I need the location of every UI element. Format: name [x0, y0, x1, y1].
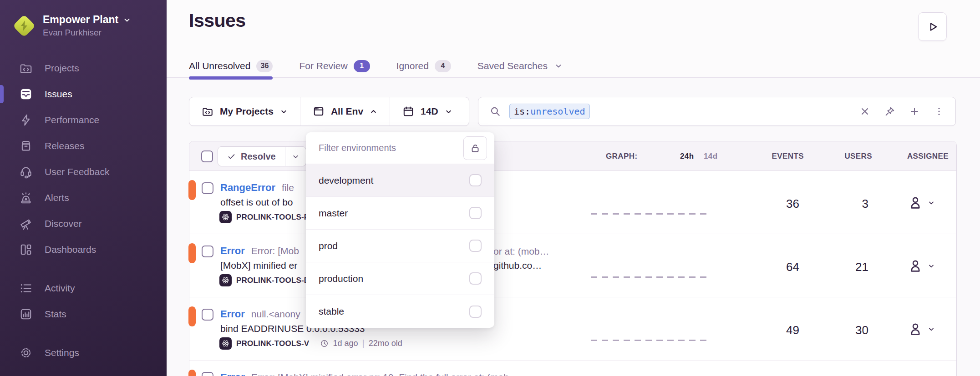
sidebar-item-issues[interactable]: Issues	[0, 81, 167, 107]
events-count: 64	[745, 260, 799, 274]
env-option-production[interactable]: production	[306, 262, 494, 295]
column-header-graph: GRAPH:	[606, 141, 637, 171]
assignee-selector[interactable]	[908, 321, 935, 337]
sidebar-item-settings[interactable]: Settings	[0, 340, 167, 366]
count-badge: 1	[354, 60, 370, 72]
sidebar-item-releases[interactable]: Releases	[0, 133, 167, 159]
issues-table: Resolve GRAPH: 24h 14d EVENTS USERS ASSI…	[189, 141, 957, 376]
sidebar-item-performance[interactable]: Performance	[0, 107, 167, 133]
environment-filter-input[interactable]: Filter environments	[319, 143, 396, 153]
pin-icon[interactable]	[884, 106, 895, 117]
page-title: Issues	[189, 10, 246, 31]
calendar-icon	[402, 105, 414, 117]
date-range-filter[interactable]: 14D	[390, 97, 465, 125]
issue-culprit-continued: or at: (mob…	[493, 246, 549, 257]
issue-row: Error null.<anony bind EADDRINUSE 0.0.0.…	[189, 297, 956, 361]
sidebar-nav: Projects Issues Performance Releases	[0, 55, 167, 366]
tab-all-unresolved[interactable]: All Unresolved 36	[189, 54, 273, 78]
gear-icon	[19, 346, 33, 360]
assignee-selector[interactable]	[908, 195, 935, 211]
unlock-icon	[470, 143, 481, 154]
project-avatar	[219, 337, 232, 350]
page-header: Issues All Unresolved 36 For Review 1 Ig…	[167, 0, 980, 78]
chevron-down-icon	[445, 108, 452, 115]
event-sparkline	[591, 213, 707, 215]
environment-filter[interactable]: All Env	[300, 97, 390, 125]
issue-title-link[interactable]: Error	[220, 371, 245, 376]
issue-row: Error Error: [MobX] minified error nr: 1…	[189, 361, 956, 376]
play-button[interactable]	[918, 12, 947, 41]
env-option-prod[interactable]: prod	[306, 230, 494, 262]
sidebar-item-alerts[interactable]: Alerts	[0, 185, 167, 211]
stats-icon	[19, 307, 33, 321]
env-option-stable[interactable]: stable	[306, 295, 494, 328]
alerts-icon	[19, 191, 33, 205]
sidebar-item-discover[interactable]: Discover	[0, 211, 167, 236]
event-sparkline	[591, 340, 707, 341]
issue-row: RangeError file offset is out of bo PROL…	[189, 171, 956, 234]
tab-saved-searches[interactable]: Saved Searches	[477, 54, 563, 78]
resolve-split-button: Resolve	[218, 146, 306, 166]
events-count: 36	[745, 196, 799, 211]
graph-range-24h[interactable]: 24h	[680, 141, 694, 171]
row-checkbox[interactable]	[202, 182, 213, 194]
play-icon	[926, 20, 939, 33]
graph-range-14d[interactable]: 14d	[704, 141, 718, 171]
error-level-bar	[188, 370, 196, 376]
column-header-events: EVENTS	[749, 141, 804, 171]
row-checkbox[interactable]	[202, 246, 213, 257]
search-token[interactable]: is:unresolved	[509, 104, 590, 119]
check-icon	[227, 152, 236, 161]
env-checkbox[interactable]	[469, 207, 482, 219]
chevron-down-icon	[928, 326, 935, 333]
resolve-button[interactable]: Resolve	[218, 147, 285, 166]
project-slug: PROLINK-TOOLS-V	[236, 339, 309, 348]
dashboards-icon	[19, 243, 33, 256]
chevron-down-icon	[292, 153, 300, 160]
sidebar-item-dashboards[interactable]: Dashboards	[0, 236, 167, 262]
active-indicator	[0, 85, 4, 103]
add-icon[interactable]	[909, 106, 920, 117]
tab-for-review[interactable]: For Review 1	[299, 54, 370, 78]
project-avatar	[219, 274, 232, 286]
sidebar-item-stats[interactable]: Stats	[0, 301, 167, 327]
sidebar-item-user-feedback[interactable]: User Feedback	[0, 159, 167, 185]
org-avatar-icon	[14, 15, 35, 36]
env-option-development[interactable]: development	[306, 164, 494, 197]
resolve-dropdown-button[interactable]	[285, 147, 306, 166]
org-switcher[interactable]: Empower Plant Evan Purkhiser	[0, 0, 167, 49]
users-count: 21	[818, 260, 868, 274]
project-filter[interactable]: My Projects	[189, 97, 300, 125]
app-root: Empower Plant Evan Purkhiser Projects Is…	[0, 0, 980, 376]
activity-icon	[19, 281, 33, 295]
kebab-menu-icon[interactable]	[934, 106, 944, 117]
chevron-down-icon	[123, 16, 131, 24]
issue-age: 22mo old	[369, 339, 402, 348]
row-checkbox[interactable]	[202, 309, 213, 321]
sidebar-item-projects[interactable]: Projects	[0, 55, 167, 81]
assignee-selector[interactable]	[908, 258, 935, 274]
project-slug: PROLINK-TOOLS-DE	[236, 276, 315, 285]
lock-filter-button[interactable]	[463, 136, 487, 160]
env-checkbox[interactable]	[469, 174, 482, 186]
issue-title-link[interactable]: Error	[220, 308, 245, 320]
projects-icon	[19, 61, 33, 75]
clear-search-icon[interactable]	[859, 106, 870, 117]
env-checkbox[interactable]	[469, 240, 482, 252]
last-seen: 1d ago	[333, 339, 358, 348]
issues-icon	[19, 87, 33, 101]
env-checkbox[interactable]	[469, 272, 482, 285]
env-checkbox[interactable]	[469, 306, 482, 318]
tab-ignored[interactable]: Ignored 4	[396, 54, 451, 78]
select-all-checkbox[interactable]	[201, 150, 213, 162]
tab-bar: All Unresolved 36 For Review 1 Ignored 4…	[189, 54, 563, 78]
issue-title-link[interactable]: Error	[220, 245, 245, 257]
count-badge: 4	[435, 60, 451, 72]
sidebar-item-activity[interactable]: Activity	[0, 275, 167, 301]
environment-dropdown: Filter environments development master p…	[306, 132, 494, 328]
issue-row: Error Error: [Mob or at: (mob… [MobX] mi…	[189, 234, 956, 297]
issue-title-link[interactable]: RangeError	[220, 182, 275, 194]
env-option-master[interactable]: master	[306, 197, 494, 230]
issue-search-input[interactable]: is:unresolved	[478, 97, 956, 126]
row-checkbox[interactable]	[202, 372, 213, 376]
